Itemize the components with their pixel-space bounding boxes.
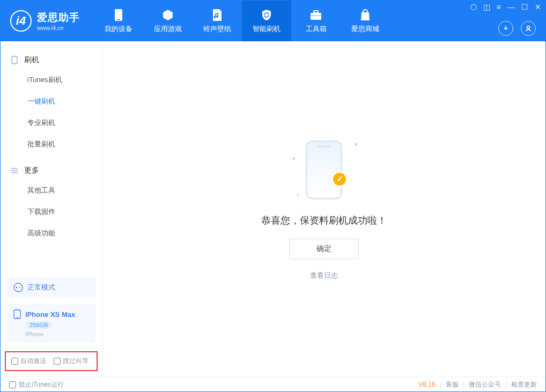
cube-icon	[161, 9, 174, 21]
window-controls: ⬡ ◫ ≡ — ☐ ✕	[470, 3, 541, 11]
tab-label: 我的设备	[105, 24, 132, 34]
svg-rect-0	[115, 9, 122, 21]
sidebar-item-batch-flash[interactable]: 批量刷机	[1, 134, 102, 155]
download-button[interactable]	[498, 21, 513, 36]
status-bar: 阻止iTunes运行 V8.16 | 客服 | 微信公众号 | 检查更新	[1, 376, 545, 392]
tab-label: 铃声壁纸	[203, 24, 231, 34]
svg-point-12	[19, 287, 21, 289]
block-itunes-label: 阻止iTunes运行	[19, 380, 64, 389]
sidebar-item-pro-flash[interactable]: 专业刷机	[1, 112, 102, 134]
sidebar-item-other-tools[interactable]: 其他工具	[1, 180, 102, 201]
tab-ringtones-wallpapers[interactable]: 铃声壁纸	[193, 1, 242, 41]
list-icon	[10, 166, 19, 175]
phone-fill-icon	[13, 309, 21, 319]
bag-icon	[359, 9, 372, 21]
phone-illustration-icon	[306, 140, 342, 199]
section-more: 更多	[1, 161, 102, 180]
shield-refresh-icon	[260, 9, 273, 21]
block-itunes-input[interactable]	[9, 381, 16, 388]
bookmark-icon[interactable]: ◫	[483, 3, 490, 11]
separator: |	[463, 381, 464, 388]
view-log-link[interactable]: 查看日志	[310, 271, 338, 280]
brand-subtitle: www.i4.cn	[37, 25, 80, 31]
ok-button[interactable]: 确定	[289, 239, 359, 259]
sidebar: 刷机 iTunes刷机 一键刷机 专业刷机 批量刷机 更多 其他工具 下载固件 …	[1, 41, 102, 376]
block-itunes-checkbox[interactable]: 阻止iTunes运行	[9, 380, 64, 389]
tab-label: 爱思商城	[351, 24, 379, 34]
storage-badge: 256GB	[25, 321, 52, 329]
tab-store[interactable]: 爱思商城	[341, 1, 390, 41]
tab-toolbox[interactable]: 工具箱	[291, 1, 341, 41]
sidebar-item-itunes-flash[interactable]: iTunes刷机	[1, 69, 102, 91]
svg-rect-4	[311, 15, 321, 16]
mode-card[interactable]: 正常模式	[7, 277, 95, 298]
auto-activate-checkbox[interactable]: 自动激活	[11, 357, 46, 366]
sparkle-icon: ✦	[289, 154, 298, 163]
tab-label: 应用游戏	[154, 24, 182, 34]
svg-rect-6	[12, 56, 17, 64]
sparkle-icon: •	[297, 191, 299, 199]
device-card[interactable]: iPhone XS Max 256GB iPhone	[7, 304, 95, 343]
section-label: 刷机	[24, 55, 39, 65]
wechat-link[interactable]: 微信公众号	[469, 380, 501, 389]
success-message: 恭喜您，保资料刷机成功啦！	[261, 214, 387, 227]
check-update-link[interactable]: 检查更新	[511, 380, 537, 389]
skip-guide-checkbox[interactable]: 跳过向导	[54, 357, 88, 366]
support-link[interactable]: 客服	[446, 380, 459, 389]
device-name: iPhone XS Max	[25, 310, 75, 319]
section-flash: 刷机	[1, 51, 102, 69]
phone-outline-icon	[10, 56, 19, 64]
device-type: iPhone	[25, 331, 43, 337]
svg-point-5	[527, 26, 530, 29]
svg-rect-1	[117, 19, 120, 20]
toolbox-icon	[309, 9, 322, 21]
separator: |	[505, 381, 507, 388]
success-illustration: ✦ ✦ • ✓	[292, 138, 356, 202]
auto-activate-input[interactable]	[11, 358, 18, 365]
separator: |	[440, 381, 441, 388]
tab-label: 智能刷机	[253, 24, 281, 34]
section-label: 更多	[24, 166, 39, 175]
tab-label: 工具箱	[306, 24, 327, 34]
refresh-circle-icon	[13, 283, 23, 292]
user-button[interactable]	[521, 21, 536, 36]
header-bar: i4 爱思助手 www.i4.cn 我的设备 应用游戏 铃声壁纸 智能刷机 工具…	[1, 1, 545, 41]
svg-point-11	[16, 287, 18, 289]
brand-title: 爱思助手	[37, 11, 80, 25]
svg-point-10	[14, 283, 23, 292]
brand-logo: i4 爱思助手 www.i4.cn	[1, 1, 90, 41]
device-icon	[112, 9, 125, 21]
shirt-icon[interactable]: ⬡	[470, 3, 477, 11]
header-tabs: 我的设备 应用游戏 铃声壁纸 智能刷机 工具箱 爱思商城	[94, 1, 390, 41]
sidebar-item-download-firmware[interactable]: 下载固件	[1, 201, 102, 223]
minimize-button[interactable]: —	[507, 3, 515, 11]
maximize-button[interactable]: ☐	[521, 3, 528, 11]
main-content: ✦ ✦ • ✓ 恭喜您，保资料刷机成功啦！ 确定 查看日志	[102, 41, 545, 376]
checkmark-badge-icon: ✓	[331, 171, 348, 187]
music-file-icon	[211, 9, 224, 21]
tab-apps-games[interactable]: 应用游戏	[143, 1, 193, 41]
tab-my-device[interactable]: 我的设备	[94, 1, 143, 41]
sidebar-item-oneclick-flash[interactable]: 一键刷机	[1, 91, 102, 112]
version-label: V8.16	[418, 381, 435, 388]
menu-icon[interactable]: ≡	[497, 3, 501, 11]
auto-activate-label: 自动激活	[20, 357, 46, 366]
logo-icon: i4	[10, 10, 32, 32]
svg-rect-3	[314, 11, 318, 13]
flash-options-highlight: 自动激活 跳过向导	[5, 351, 98, 371]
svg-point-14	[17, 317, 18, 318]
svg-rect-2	[311, 13, 321, 20]
mode-label: 正常模式	[27, 283, 55, 292]
close-button[interactable]: ✕	[535, 3, 541, 11]
sparkle-icon: ✦	[351, 140, 360, 149]
tab-smart-flash[interactable]: 智能刷机	[242, 1, 291, 41]
skip-guide-label: 跳过向导	[63, 357, 88, 366]
sidebar-item-advanced[interactable]: 高级功能	[1, 223, 102, 244]
skip-guide-input[interactable]	[54, 358, 61, 365]
